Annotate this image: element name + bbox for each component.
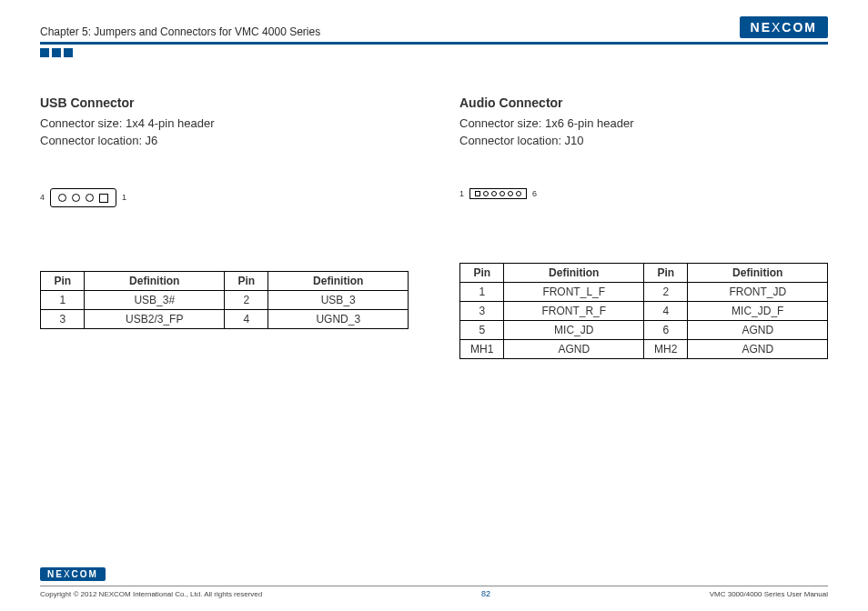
usb-pin-table: Pin Definition Pin Definition 1 USB_3# 2… — [40, 271, 409, 329]
table-row: 5 MIC_JD 6 AGND — [460, 320, 828, 339]
table-row: 3 USB2/3_FP 4 UGND_3 — [41, 309, 409, 328]
table-row: 3 FRONT_R_F 4 MIC_JD_F — [460, 301, 828, 320]
audio-size: Connector size: 1x6 6-pin header — [459, 115, 828, 133]
header-rule — [40, 42, 828, 45]
table-row: 1 FRONT_L_F 2 FRONT_JD — [460, 282, 828, 301]
th-def: Definition — [268, 271, 409, 290]
th-pin: Pin — [643, 263, 687, 282]
table-row: 1 USB_3# 2 USB_3 — [41, 290, 409, 309]
nexcom-logo-top: NE COM NEXCOM — [740, 16, 828, 38]
pin-circle-icon — [516, 191, 521, 196]
audio-connector-diagram: 1 6 — [459, 188, 828, 199]
pin-circle-icon — [508, 191, 513, 196]
usb-pin-label-1: 1 — [122, 193, 126, 202]
chapter-title: Chapter 5: Jumpers and Connectors for VM… — [40, 25, 320, 38]
header-squares-icon — [40, 48, 828, 57]
pin-circle-icon — [483, 191, 489, 196]
th-def: Definition — [85, 271, 225, 290]
pin-circle-icon — [86, 194, 94, 202]
footer-rule — [40, 586, 828, 586]
pin-square-icon — [99, 194, 108, 203]
th-def: Definition — [688, 263, 828, 282]
nexcom-logo-bottom: NEXCOM NE COM — [40, 567, 106, 581]
pin-circle-icon — [500, 191, 505, 196]
usb-title: USB Connector — [40, 95, 409, 110]
usb-connector-diagram: 4 1 — [40, 188, 409, 207]
audio-connector-section: Audio Connector Connector size: 1x6 6-pi… — [459, 95, 828, 359]
table-row: MH1 AGND MH2 AGND — [460, 339, 828, 358]
audio-title: Audio Connector — [459, 95, 828, 110]
usb-location: Connector location: J6 — [40, 133, 409, 150]
th-pin: Pin — [224, 271, 267, 290]
audio-pin-label-1: 1 — [459, 189, 464, 198]
usb-connector-section: USB Connector Connector size: 1x4 4-pin … — [40, 95, 409, 359]
audio-pin-table: Pin Definition Pin Definition 1 FRONT_L_… — [459, 263, 828, 359]
audio-pin-label-6: 6 — [532, 189, 537, 198]
usb-size: Connector size: 1x4 4-pin header — [40, 115, 409, 133]
th-pin: Pin — [460, 263, 504, 282]
page-number: 82 — [481, 589, 490, 598]
copyright-text: Copyright © 2012 NEXCOM International Co… — [40, 590, 262, 598]
usb-pin-label-4: 4 — [40, 193, 45, 202]
manual-title: VMC 3000/4000 Series User Manual — [710, 590, 828, 598]
th-pin: Pin — [41, 271, 85, 290]
pin-circle-icon — [72, 194, 80, 202]
th-def: Definition — [504, 263, 644, 282]
page-footer: NEXCOM NE COM Copyright © 2012 NEXCOM In… — [40, 565, 828, 598]
audio-location: Connector location: J10 — [459, 133, 828, 150]
pin-circle-icon — [491, 191, 497, 196]
pin-circle-icon — [58, 194, 66, 202]
pin-square-icon — [475, 191, 480, 196]
